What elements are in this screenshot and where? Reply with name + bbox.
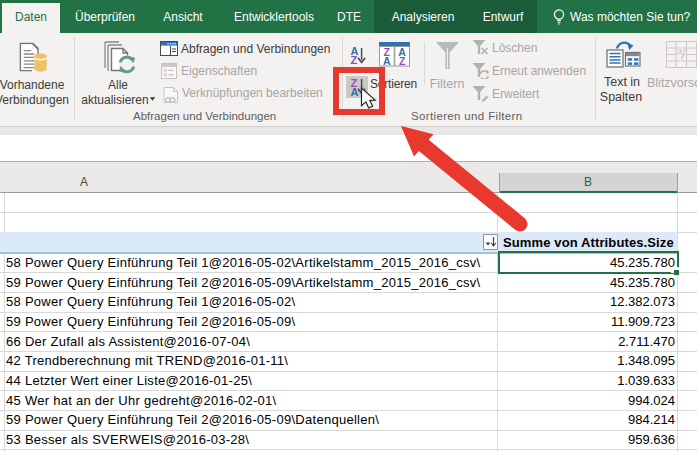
svg-text:Z: Z [399,55,406,67]
svg-text:A: A [383,55,391,67]
